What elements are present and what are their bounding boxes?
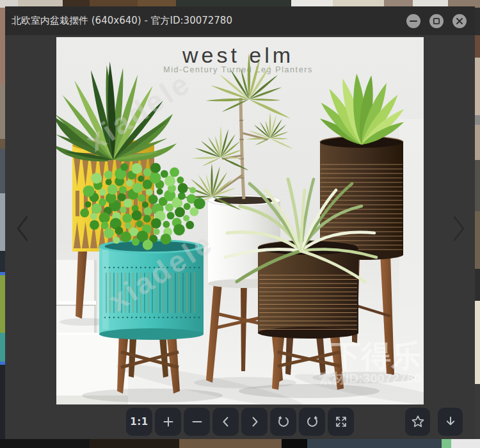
next-image-arrow[interactable] [450,214,468,243]
product-image: west elm Mid-Century Turned Leg Planters [56,37,424,404]
close-button[interactable] [452,14,467,28]
viewer-canvas: west elm Mid-Century Turned Leg Planters [5,35,475,439]
image-viewer-modal: 北欧室内盆栽摆件 (640x640) - 官方ID:30072780 [5,6,475,439]
plus-icon [161,415,175,429]
page-behind-left [0,8,5,448]
rotate-left-icon [276,415,291,429]
window-controls [406,14,475,28]
favorite-button[interactable] [405,408,430,436]
chevron-right-icon [450,214,468,243]
zoom-in-button[interactable] [155,408,181,436]
rotate-right-button[interactable] [299,408,325,436]
page-behind-bottom [0,439,480,448]
brand-logo-text: west elm [182,43,294,67]
close-icon [452,14,467,28]
download-icon [444,415,458,429]
brand-text: west elm Mid-Century Turned Leg Planters [163,43,313,74]
prev-image-arrow[interactable] [13,214,31,243]
maximize-icon [429,14,444,28]
fullscreen-button[interactable] [328,408,354,436]
minimize-button[interactable] [406,14,420,28]
image-title: 北欧室内盆栽摆件 (640x640) - 官方ID:30072780 [5,15,406,27]
download-button[interactable] [438,408,463,436]
planters-illustration: west elm Mid-Century Turned Leg Planters [56,37,424,404]
chevron-left-icon [13,214,31,243]
next-image-button[interactable] [241,408,268,436]
chevron-left-icon [219,415,233,429]
page-behind-right [475,8,480,448]
minimize-icon [406,14,420,28]
rotate-left-button[interactable] [270,408,296,436]
zoom-out-button[interactable] [184,408,210,436]
brand-subtitle-text: Mid-Century Turned Leg Planters [163,65,313,74]
one-to-one-button[interactable]: 1:1 [126,408,152,436]
viewer-actions [405,408,463,436]
viewer-toolbar: 1:1 [126,408,354,436]
maximize-button[interactable] [429,14,444,28]
prev-image-button[interactable] [212,408,239,436]
brand-watermark: 下得乐 [331,339,421,372]
material-id-watermark: 素材ID:30072780 [319,371,421,385]
rotate-right-icon [305,415,319,429]
fullscreen-icon [334,415,348,429]
star-icon [410,414,426,429]
zoom-ratio-label: 1:1 [130,416,148,428]
minus-icon [190,415,204,429]
chevron-right-icon [248,415,262,429]
viewer-titlebar: 北欧室内盆栽摆件 (640x640) - 官方ID:30072780 [5,6,475,35]
